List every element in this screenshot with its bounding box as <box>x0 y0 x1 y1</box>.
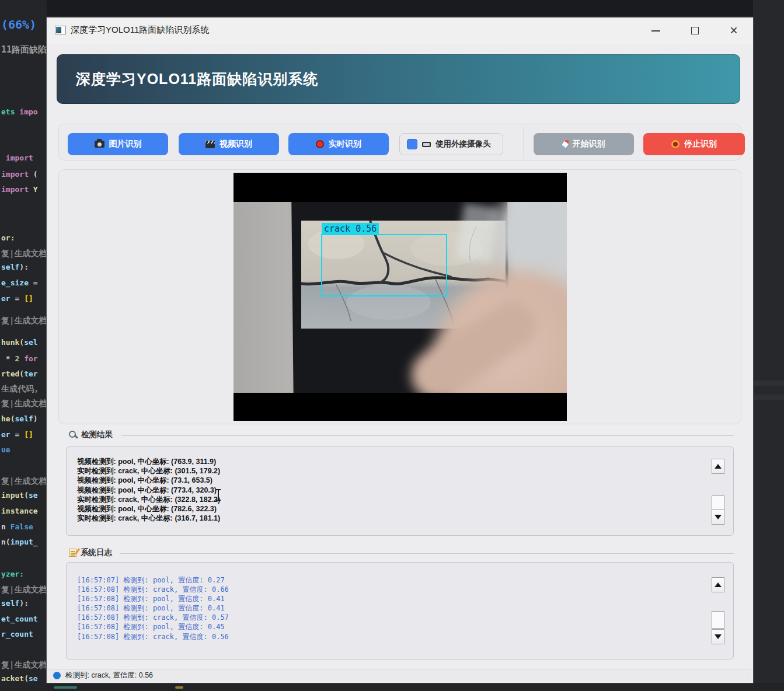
code-fragment: et_count <box>1 615 38 623</box>
video-display: crack 0.56 <box>234 173 567 421</box>
code-fragment: 复|生成文档 <box>1 585 47 595</box>
log-line: [16:57:08] 检测到: crack, 置信度: 0.66 <box>77 585 229 594</box>
camera-frame <box>234 202 567 393</box>
scroll-up-button[interactable] <box>712 459 724 474</box>
results-group-title: 检测结果 <box>69 430 113 440</box>
log-line: [16:57:08] 检测到: pool, 置信度: 0.41 <box>77 594 229 603</box>
result-line: 实时检测到: crack, 中心坐标: (322.8, 182.2) <box>77 495 220 504</box>
log-line: [16:57:08] 检测到: pool, 置信度: 0.45 <box>77 622 229 631</box>
scroll-down-button[interactable] <box>712 509 724 525</box>
editor-line-fragment <box>753 395 784 400</box>
log-title-label: 系统日志 <box>81 547 112 558</box>
external-camera-option[interactable]: 使用外接摄像头 <box>399 133 503 155</box>
image-recognition-button[interactable]: 图片识别 <box>68 133 168 155</box>
titlebar[interactable]: 深度学习YOLO11路面缺陷识别系统 × <box>47 18 753 44</box>
result-line: 实时检测到: crack, 中心坐标: (301.5, 179.2) <box>77 466 220 476</box>
start-recognition-label: 开始识别 <box>573 139 605 149</box>
page-title: 深度学习YOLO11路面缺陷识别系统 <box>57 69 318 89</box>
header-banner: 深度学习YOLO11路面缺陷识别系统 <box>57 54 740 104</box>
realtime-recognition-button[interactable]: 实时识别 <box>288 133 389 155</box>
log-group-line <box>120 553 734 554</box>
code-fragment: ue <box>1 445 11 454</box>
video-panel: crack 0.56 <box>58 169 741 424</box>
code-fragment: rted(ter <box>1 369 38 378</box>
notepad-icon <box>69 549 76 557</box>
scroll-down-button[interactable] <box>712 629 724 644</box>
log-line: [16:57:07] 检测到: pool, 置信度: 0.27 <box>77 575 229 585</box>
toolbar-divider <box>524 127 524 159</box>
video-recognition-label: 视频识别 <box>219 139 252 149</box>
code-fragment: yzer: <box>1 570 24 578</box>
video-recognition-button[interactable]: 视频识别 <box>179 133 279 155</box>
image-recognition-label: 图片识别 <box>109 139 142 149</box>
log-scrollbar[interactable] <box>712 577 724 644</box>
code-fragment: acket(se <box>1 674 38 683</box>
code-fragment: 复|生成文档 <box>1 316 47 326</box>
rocket-icon <box>560 139 570 149</box>
start-recognition-button[interactable]: 开始识别 <box>534 133 634 155</box>
code-fragment <box>175 686 183 689</box>
code-fragment: self): <box>1 599 29 608</box>
result-line: 视频检测到: pool, 中心坐标: (773.4, 320.3) <box>77 486 220 495</box>
realtime-recognition-label: 实时识别 <box>329 139 361 149</box>
status-dot-icon <box>53 672 61 679</box>
background-code-editor: (66%)11路面缺陷ets impo importimport (import… <box>0 0 47 691</box>
status-bar: 检测到: crack, 置信度: 0.56 <box>48 669 751 682</box>
scroll-thumb[interactable] <box>712 611 724 629</box>
results-title-label: 检测结果 <box>81 430 113 440</box>
log-text-area[interactable]: [16:57:07] 检测到: pool, 置信度: 0.27 [16:57:0… <box>66 562 734 659</box>
clapperboard-icon <box>205 141 215 148</box>
code-fragment: import ( <box>1 170 38 179</box>
window-title: 深度学习YOLO11路面缺陷识别系统 <box>71 25 209 36</box>
minimize-icon <box>651 30 660 32</box>
close-button[interactable]: × <box>717 18 751 44</box>
result-line: 实时检测到: crack, 中心坐标: (316.7, 181.1) <box>77 514 220 523</box>
code-fragment: input(se <box>1 491 38 500</box>
code-fragment: he(self) <box>1 414 38 423</box>
result-line: 视频检测到: pool, 中心坐标: (782.6, 322.3) <box>77 504 220 514</box>
minimize-button[interactable] <box>639 18 673 44</box>
webcam-icon <box>422 142 431 147</box>
external-camera-checkbox[interactable] <box>407 139 417 149</box>
app-window: 深度学习YOLO11路面缺陷识别系统 × 深度学习YOLO11路面缺陷识别系统 … <box>47 18 753 683</box>
code-fragment: import Y <box>1 185 38 194</box>
log-lines: [16:57:07] 检测到: pool, 置信度: 0.27 [16:57:0… <box>77 575 229 641</box>
app-icon <box>55 26 66 34</box>
code-fragment: 复|生成文档 <box>1 399 47 409</box>
code-fragment: instance <box>1 507 38 515</box>
results-scrollbar[interactable] <box>712 459 724 525</box>
camera-icon <box>95 141 104 148</box>
result-line: 视频检测到: pool, 中心坐标: (763.9, 311.9) <box>77 457 220 466</box>
result-line: 视频检测到: pool, 中心坐标: (73.1, 653.5) <box>77 476 220 485</box>
code-fragment: ets impo <box>1 107 38 116</box>
scroll-up-button[interactable] <box>712 577 724 592</box>
maximize-button[interactable] <box>678 18 712 44</box>
desktop: (66%)11路面缺陷ets impo importimport (import… <box>0 0 784 691</box>
results-group-line <box>121 435 734 436</box>
desktop-bottom-strip <box>47 683 784 691</box>
code-fragment: * 2 for <box>1 354 38 363</box>
stop-recognition-button[interactable]: 停止识别 <box>643 133 745 155</box>
code-fragment: er = [] <box>1 294 33 303</box>
code-fragment: 11路面缺陷 <box>1 44 47 55</box>
code-fragment: 复|生成文档 <box>1 476 47 487</box>
code-fragment: (66%) <box>1 18 36 32</box>
status-text: 检测到: crack, 置信度: 0.56 <box>65 671 153 680</box>
detection-label: crack 0.56 <box>322 223 379 235</box>
code-fragment: n False <box>1 522 33 531</box>
code-fragment <box>54 686 77 689</box>
log-line: [16:57:08] 检测到: crack, 置信度: 0.56 <box>77 632 229 641</box>
code-fragment: r_count <box>1 630 33 638</box>
code-fragment: 复|生成文档 <box>1 660 47 671</box>
detection-bounding-box <box>321 234 447 296</box>
log-group-title: 系统日志 <box>69 547 112 558</box>
code-fragment: hunk(sel <box>1 338 38 347</box>
log-line: [16:57:08] 检测到: crack, 置信度: 0.57 <box>77 613 229 622</box>
results-text-area[interactable]: 视频检测到: pool, 中心坐标: (763.9, 311.9) 实时检测到:… <box>66 446 734 536</box>
arrow-up-icon <box>715 464 722 469</box>
control-panel: 图片识别 视频识别 实时识别 使用外接摄像头 开始识别 停 <box>58 124 741 160</box>
record-dot-icon <box>316 140 324 148</box>
stop-ring-icon <box>671 140 680 148</box>
log-line: [16:57:08] 检测到: pool, 置信度: 0.41 <box>77 603 229 613</box>
code-fragment: import <box>1 153 33 162</box>
